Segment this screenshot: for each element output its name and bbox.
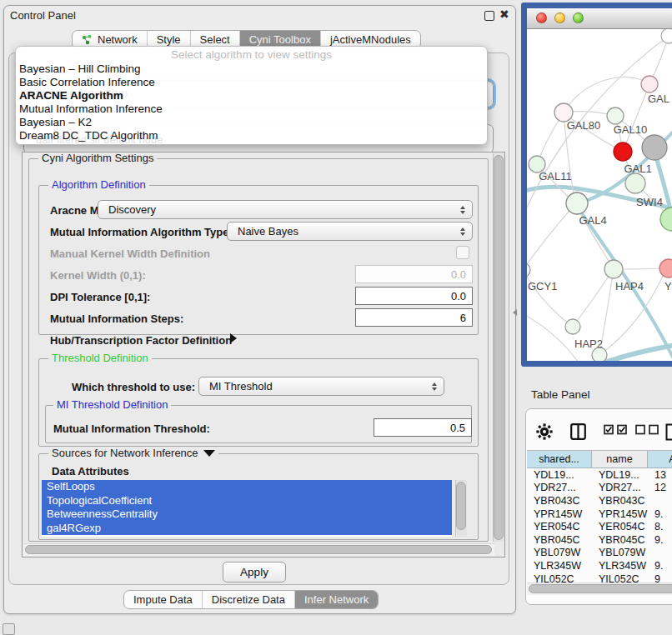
application-root: Control Panel ✖ NetworkStyleSelectCyni T… [0,0,672,635]
network-node-label: GAL80 [567,119,600,132]
select-all-checkboxes-icon[interactable] [604,423,628,438]
network-window-titlebar[interactable] [527,8,672,29]
minimized-panel-icon[interactable] [3,623,15,635]
network-edge [527,204,575,270]
cyni-settings-group-title: Cyni Algorithm Settings [38,152,157,164]
column-header[interactable]: name [592,450,648,468]
column-header[interactable]: shared... [527,450,592,468]
tab-label: Select [200,33,230,46]
data-attributes-list: SelfLoopsTopologicalCoefficientBetweenne… [42,480,452,537]
table-cell: YER054C [592,521,648,532]
mi-steps-field[interactable]: 6 [355,308,473,327]
which-threshold-combo[interactable]: MI Threshold [198,377,444,396]
data-attributes-label: Data Attributes [52,465,129,478]
network-view-window: GALGAL80GAL10GAL1SWI4GAL11GAL4GCY1HAP4YH… [521,2,672,367]
data-attribute-item[interactable]: TopologicalCoefficient [42,494,452,508]
network-node-gal10[interactable] [607,108,624,124]
apply-button[interactable]: Apply [223,562,286,582]
table-row[interactable]: YDR27...YDR27...12 [527,482,672,495]
data-attribute-item[interactable]: gal4RGexp [42,522,452,536]
table-row[interactable]: YBR045CYBR045C9. [527,533,672,547]
network-node[interactable] [642,135,667,160]
network-node[interactable] [661,29,672,43]
table-row[interactable]: YIL052CYIL052C9 [527,572,672,582]
document-icon[interactable] [665,423,672,444]
table-row[interactable]: YDL19...YDL19...13 [527,468,672,482]
mi-type-value: Naive Bayes [238,225,298,238]
control-panel-title: Control Panel [10,9,76,22]
kernel-width-field[interactable]: 0.0 [355,265,473,283]
network-node-gal4[interactable] [566,192,588,214]
vertical-scrollbar-thumb[interactable] [494,155,504,540]
network-node[interactable] [660,208,672,231]
bottom-tab-label: Impute Data [133,593,193,606]
mi-type-combo[interactable]: Naive Bayes [227,222,473,241]
network-node-swi4[interactable] [625,173,645,193]
table-row[interactable]: YBR043CYBR043C [527,494,672,508]
split-panel-icon[interactable] [570,423,586,443]
sources-collapse-arrow-icon[interactable] [203,450,215,457]
table-row[interactable]: YER054CYER054C8. [527,520,672,533]
network-node-gal1[interactable] [614,142,632,161]
panel-splitter-arrow-icon[interactable] [513,309,517,316]
network-node[interactable] [592,348,607,361]
network-edge [527,270,573,327]
hub-definition-label[interactable]: Hub/Transcription Factor Definition [50,334,232,347]
aracne-mode-value: Discovery [108,203,156,216]
zoom-button[interactable] [573,12,584,23]
network-edge [564,77,649,112]
network-node-gcy1[interactable] [527,262,530,278]
minimize-button[interactable] [554,12,565,23]
aracne-mode-combo[interactable]: Discovery [98,200,473,219]
table-cell: 13 [648,469,672,481]
network-node-gal[interactable] [641,76,658,92]
network-node-y[interactable] [659,259,672,278]
mi-threshold-field[interactable]: 0.5 [374,418,472,437]
data-attribute-item[interactable]: BetweennessCentrality [42,508,452,522]
network-node-hap4[interactable] [604,260,623,278]
deselect-all-checkboxes-icon[interactable] [635,423,659,438]
horizontal-scrollbar-thumb[interactable] [25,545,492,554]
manual-kernel-label: Manual Kernel Width Definition [50,248,210,260]
table-cell: YBL079W [527,547,592,558]
sources-title[interactable]: Sources for Network Inference [52,448,198,459]
mi-threshold-label: Mutual Information Threshold: [53,422,210,435]
algorithm-list: Bayesian – Hill ClimbingBasic Correlatio… [19,62,484,142]
dpi-tolerance-field[interactable]: 0.0 [355,287,473,305]
network-canvas[interactable]: GALGAL80GAL10GAL1SWI4GAL11GAL4GCY1HAP4YH… [527,29,672,361]
table-row[interactable]: YBL079WYBL079W [527,547,672,560]
data-attribute-item[interactable]: SelfLoops [42,480,452,494]
algorithm-option[interactable]: Bayesian – Hill Climbing [19,62,484,76]
table-cell: YBR045C [592,534,648,546]
table-cell: YBR043C [592,495,648,507]
attributes-scrollbar-thumb[interactable] [456,482,466,530]
manual-kernel-checkbox[interactable] [456,246,469,259]
algorithm-definition-title: Algorithm Definition [48,179,149,191]
bottom-tab-discretize-data[interactable]: Discretize Data [202,591,294,608]
network-node-hap2[interactable] [565,319,580,334]
network-icon [82,34,93,45]
close-button[interactable] [536,12,547,23]
algorithm-option[interactable]: Bayesian – K2 [19,116,484,129]
algorithm-option[interactable]: Mutual Information Inference [19,102,484,116]
network-edge-highlighted [544,344,672,361]
network-node-label: HAP4 [615,280,644,292]
float-window-icon[interactable] [484,11,494,21]
network-graph: GALGAL80GAL10GAL1SWI4GAL11GAL4GCY1HAP4YH… [527,29,672,361]
table-row[interactable]: YPR145WYPR145W9. [527,508,672,521]
table-cell: 9. [648,508,672,520]
table-horizontal-scrollbar-thumb[interactable] [529,584,672,593]
tab-label: Cyni Toolbox [249,33,311,46]
bottom-tab-impute-data[interactable]: Impute Data [124,591,202,608]
column-header[interactable]: A [648,450,672,468]
close-icon[interactable]: ✖ [499,8,509,21]
table-cell: 12 [648,482,672,493]
table-row[interactable]: YLR345WYLR345W9. [527,559,672,572]
table-cell: YDR27... [527,482,592,493]
bottom-tab-infer-network[interactable]: Infer Network [294,591,378,608]
hub-expand-arrow-icon[interactable] [230,333,237,343]
settings-gear-icon[interactable] [536,423,553,443]
table-cell: YDL19... [527,469,592,481]
threshold-definition-title: Threshold Definition [48,352,152,364]
bottom-tab-label: Infer Network [304,593,369,606]
